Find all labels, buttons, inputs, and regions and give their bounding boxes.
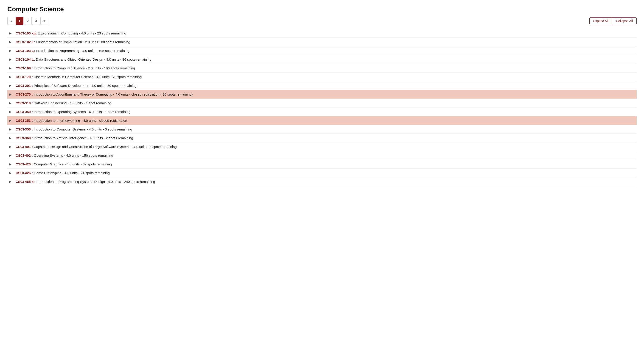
expand-arrow-icon: ▶: [9, 119, 13, 122]
expand-arrow-icon: ▶: [9, 84, 13, 87]
expand-arrow-icon: ▶: [9, 162, 13, 166]
pagination-next[interactable]: »: [40, 17, 48, 25]
course-row[interactable]: ▶CSCI-420 : Computer Graphics - 4.0 unit…: [7, 160, 637, 169]
course-info: Introduction to Computer Systems - 4.0 u…: [34, 127, 132, 131]
course-code: CSCI-270 :: [16, 92, 33, 96]
expand-arrow-icon: ▶: [9, 110, 13, 114]
course-info: Explorations in Computing - 4.0 units - …: [38, 31, 126, 35]
course-info: Game Prototyping - 4.0 units - 24 spots …: [34, 171, 110, 175]
course-row[interactable]: ▶CSCI-356 : Introduction to Computer Sys…: [7, 125, 637, 134]
course-code: CSCI-100 xg:: [16, 31, 37, 35]
expand-arrow-icon: ▶: [9, 154, 13, 157]
expand-all-button[interactable]: Expand All: [590, 18, 612, 24]
course-code: CSCI-102 L:: [16, 40, 35, 44]
course-row[interactable]: ▶CSCI-102 L: Fundamentals of Computation…: [7, 38, 637, 47]
course-code: CSCI-353 :: [16, 119, 33, 122]
expand-arrow-icon: ▶: [9, 32, 13, 35]
course-info: Data Structures and Object Oriented Desi…: [36, 58, 152, 61]
course-info: Introduction to Programming - 4.0 units …: [36, 49, 130, 53]
course-code: CSCI-426 :: [16, 171, 33, 175]
expand-arrow-icon: ▶: [9, 128, 13, 131]
course-row[interactable]: ▶CSCI-310 : Software Engineering - 4.0 u…: [7, 99, 637, 108]
expand-arrow-icon: ▶: [9, 58, 13, 61]
course-list: ▶CSCI-100 xg: Explorations in Computing …: [7, 29, 637, 186]
course-code: CSCI-455 x:: [16, 180, 35, 184]
pagination: « 1 2 3 »: [7, 17, 48, 25]
pagination-page-1[interactable]: 1: [16, 17, 24, 25]
course-row[interactable]: ▶CSCI-109 : Introduction to Computer Sci…: [7, 64, 637, 73]
course-info: Discrete Methods in Computer Science - 4…: [34, 75, 142, 79]
course-row[interactable]: ▶CSCI-353 : Introduction to Internetwork…: [7, 116, 637, 125]
course-info: Introduction to Operating Systems - 4.0 …: [34, 110, 130, 114]
course-row[interactable]: ▶CSCI-402 : Operating Systems - 4.0 unit…: [7, 151, 637, 160]
course-row[interactable]: ▶CSCI-201 : Principles of Software Devel…: [7, 81, 637, 90]
course-info: Introduction to Computer Science - 2.0 u…: [34, 66, 135, 70]
course-row[interactable]: ▶CSCI-104 L: Data Structures and Object …: [7, 55, 637, 64]
course-code: CSCI-402 :: [16, 153, 33, 157]
course-code: CSCI-201 :: [16, 84, 33, 88]
course-code: CSCI-420 :: [16, 162, 33, 166]
course-info: Introduction to Programming Systems Desi…: [36, 180, 155, 184]
expand-arrow-icon: ▶: [9, 101, 13, 105]
course-info: Software Engineering - 4.0 units - 1 spo…: [34, 101, 111, 105]
course-code: CSCI-350 :: [16, 110, 33, 114]
expand-collapse-controls: Expand All Collapse All: [590, 18, 637, 24]
course-info: Introduction to Artificial Intelligence …: [34, 136, 133, 140]
course-info: Capstone: Design and Construction of Lar…: [34, 145, 177, 149]
collapse-all-button[interactable]: Collapse All: [612, 18, 637, 24]
course-info: Introduction to Algorithms and Theory of…: [34, 92, 193, 96]
course-row[interactable]: ▶CSCI-426 : Game Prototyping - 4.0 units…: [7, 169, 637, 177]
expand-arrow-icon: ▶: [9, 180, 13, 183]
course-row[interactable]: ▶CSCI-270 : Introduction to Algorithms a…: [7, 90, 637, 99]
top-controls: « 1 2 3 » Expand All Collapse All: [7, 17, 637, 25]
course-code: CSCI-310 :: [16, 101, 33, 105]
pagination-page-3[interactable]: 3: [32, 17, 40, 25]
pagination-page-2[interactable]: 2: [24, 17, 32, 25]
expand-arrow-icon: ▶: [9, 93, 13, 96]
course-row[interactable]: ▶CSCI-455 x: Introduction to Programming…: [7, 177, 637, 186]
course-code: CSCI-109 :: [16, 66, 33, 70]
course-code: CSCI-170 :: [16, 75, 33, 79]
course-code: CSCI-401 :: [16, 145, 33, 149]
expand-arrow-icon: ▶: [9, 171, 13, 175]
course-row[interactable]: ▶CSCI-170 : Discrete Methods in Computer…: [7, 73, 637, 81]
expand-arrow-icon: ▶: [9, 49, 13, 52]
course-code: CSCI-356 :: [16, 127, 33, 131]
page-title: Computer Science: [7, 6, 637, 13]
expand-arrow-icon: ▶: [9, 75, 13, 79]
course-row[interactable]: ▶CSCI-350 : Introduction to Operating Sy…: [7, 108, 637, 116]
course-info: Computer Graphics - 4.0 units - 37 spots…: [34, 162, 112, 166]
course-info: Fundamentals of Computation - 2.0 units …: [36, 40, 130, 44]
course-info: Introduction to Internetworking - 4.0 un…: [34, 119, 127, 122]
expand-arrow-icon: ▶: [9, 136, 13, 140]
course-row[interactable]: ▶CSCI-100 xg: Explorations in Computing …: [7, 29, 637, 38]
pagination-prev[interactable]: «: [7, 17, 15, 25]
course-code: CSCI-104 L:: [16, 58, 35, 61]
course-info: Principles of Software Development - 4.0…: [34, 84, 136, 88]
expand-arrow-icon: ▶: [9, 145, 13, 148]
course-code: CSCI-360 :: [16, 136, 33, 140]
course-row[interactable]: ▶CSCI-360 : Introduction to Artificial I…: [7, 134, 637, 142]
course-code: CSCI-103 L:: [16, 49, 35, 53]
expand-arrow-icon: ▶: [9, 66, 13, 70]
course-row[interactable]: ▶CSCI-401 : Capstone: Design and Constru…: [7, 142, 637, 151]
expand-arrow-icon: ▶: [9, 40, 13, 44]
course-info: Operating Systems - 4.0 units - 150 spot…: [34, 153, 113, 157]
course-row[interactable]: ▶CSCI-103 L: Introduction to Programming…: [7, 47, 637, 55]
